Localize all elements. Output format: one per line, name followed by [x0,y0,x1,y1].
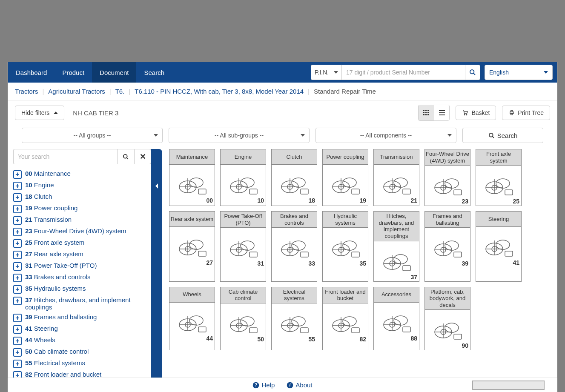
side-search-button[interactable] [117,149,134,164]
tree-item-label[interactable]: 10 Engine [25,181,54,189]
card-number: 33 [308,260,315,267]
hide-filters-button[interactable]: Hide filters [15,106,64,120]
tree-expand-button[interactable]: + [13,297,22,305]
tree-expand-button[interactable]: + [13,251,22,259]
footer-input[interactable] [472,381,545,390]
nav-product[interactable]: Product [54,62,92,83]
tree-item-label[interactable]: 55 Electrical systems [25,359,85,366]
category-card[interactable]: Transmission21 [373,149,419,206]
side-clear-button[interactable]: ✕ [134,149,151,164]
nav-search[interactable]: Search [136,62,172,83]
tree-item-label[interactable]: 35 Hydraulic systems [25,285,86,292]
tree-item-label[interactable]: 21 Transmission [25,216,72,223]
tree-item-label[interactable]: 19 Power coupling [25,204,77,212]
breadcrumb-link[interactable]: T6.110 - PIN HCCZ, With cab, Tier 3, 8x8… [135,88,304,95]
card-title: Front loader and bucket [323,287,368,303]
tree-item-label[interactable]: 31 Power Take-Off (PTO) [25,262,97,269]
about-link[interactable]: i About [287,381,312,389]
tree-expand-button[interactable]: + [13,182,22,190]
svg-rect-100 [454,252,462,257]
tree-item-label[interactable]: 18 Clutch [25,193,52,200]
tree-expand-button[interactable]: + [13,170,22,179]
category-card[interactable]: Steering41 [476,211,522,281]
part-illustration-icon [430,235,465,260]
filter-components[interactable]: -- All components -- [315,128,456,143]
category-card[interactable]: Power coupling19 [322,149,368,206]
card-title: Clutch [272,149,317,165]
nav-document[interactable]: Document [92,62,136,83]
category-card[interactable]: Platform, cab, bodywork, and decals90 [424,287,470,351]
tree-item-label[interactable]: 39 Frames and ballasting [25,313,97,320]
tree-expand-button[interactable]: + [13,193,22,202]
breadcrumb-link[interactable]: T6. [115,88,125,95]
breadcrumb-link[interactable]: Tractors [15,88,38,95]
category-card[interactable]: Electrical systems55 [271,287,317,351]
category-card[interactable]: Maintenance00 [169,149,215,206]
tree-item-label[interactable]: 41 Steering [25,325,58,332]
category-card[interactable]: Wheels44 [169,287,215,351]
category-card[interactable]: Engine10 [220,149,266,206]
sidebar-collapse-button[interactable] [151,149,162,392]
side-search-input[interactable] [13,149,117,164]
card-number: 39 [462,260,468,267]
help-link[interactable]: ? Help [252,381,275,389]
part-illustration-icon [277,235,311,260]
tree-expand-button[interactable]: + [13,216,22,225]
filter-search-button[interactable]: Search [462,128,543,143]
card-body: 35 [323,228,368,268]
serial-input[interactable] [341,65,465,80]
tree-item-label[interactable]: 00 Maintenance [25,170,71,177]
tree-item-label[interactable]: 50 Cab climate control [25,348,89,355]
category-card[interactable]: Accessories88 [373,287,419,351]
category-card[interactable]: Rear axle system27 [169,211,215,281]
category-card[interactable]: Frames and ballasting39 [424,211,470,281]
print-tree-button[interactable]: Print Tree [502,106,550,120]
list-view-button[interactable] [434,105,449,120]
category-card[interactable]: Four-Wheel Drive (4WD) system23 [424,149,470,206]
category-card[interactable]: Cab climate control50 [220,287,266,351]
part-illustration-icon [226,235,260,260]
tree-item-label[interactable]: 33 Brakes and controls [25,273,90,280]
tree-item-label[interactable]: 27 Rear axle system [25,250,83,258]
pin-select[interactable]: P.I.N. [311,65,341,80]
tree-expand-button[interactable]: + [13,228,22,236]
category-card[interactable]: Brakes and controls33 [271,211,317,281]
tree-item: +39 Frames and ballasting [13,312,151,323]
basket-button[interactable]: Basket [456,106,496,120]
tree-item-label[interactable]: 82 Front loader and bucket [25,371,101,378]
card-title: Hydraulic systems [323,212,368,228]
category-card[interactable]: Hitches, drawbars, and implement couplin… [373,211,419,281]
tree-expand-button[interactable]: + [13,360,22,368]
part-illustration-icon [328,172,362,197]
tree-item-label[interactable]: 37 Hitches, drawbars, and implement coup… [25,296,151,311]
tree-item-label[interactable]: 44 Wheels [25,336,55,343]
filter-subgroups[interactable]: -- All sub-groups -- [169,128,310,143]
tree-expand-button[interactable]: + [13,205,22,213]
tree-expand-button[interactable]: + [13,285,22,294]
tree-item-label[interactable]: 23 Four-Wheel Drive (4WD) system [25,227,126,235]
category-card[interactable]: Front axle system25 [476,149,522,206]
serial-search-button[interactable] [465,65,480,80]
filter-groups[interactable]: -- All groups -- [22,128,163,143]
grid-view-button[interactable] [419,105,434,120]
card-body: 18 [272,165,317,205]
tree-item: +23 Four-Wheel Drive (4WD) system [13,226,151,237]
tree-item: +41 Steering [13,323,151,335]
category-card[interactable]: Hydraulic systems35 [322,211,368,281]
svg-rect-112 [198,327,206,332]
tree-expand-button[interactable]: + [13,337,22,345]
tree-expand-button[interactable]: + [13,262,22,271]
category-card[interactable]: Clutch18 [271,149,317,206]
tree-expand-button[interactable]: + [13,325,22,334]
card-body: 33 [272,228,317,268]
tree-expand-button[interactable]: + [13,274,22,282]
tree-expand-button[interactable]: + [13,314,22,322]
nav-dashboard[interactable]: Dashboard [8,62,54,83]
breadcrumb-link[interactable]: Agricultural Tractors [48,88,105,95]
category-card[interactable]: Power Take-Off (PTO)31 [220,211,266,281]
language-select[interactable]: English [485,65,553,80]
tree-item-label[interactable]: 25 Front axle system [25,239,84,246]
tree-expand-button[interactable]: + [13,239,22,248]
category-card[interactable]: Front loader and bucket82 [322,287,368,351]
tree-expand-button[interactable]: + [13,348,22,357]
